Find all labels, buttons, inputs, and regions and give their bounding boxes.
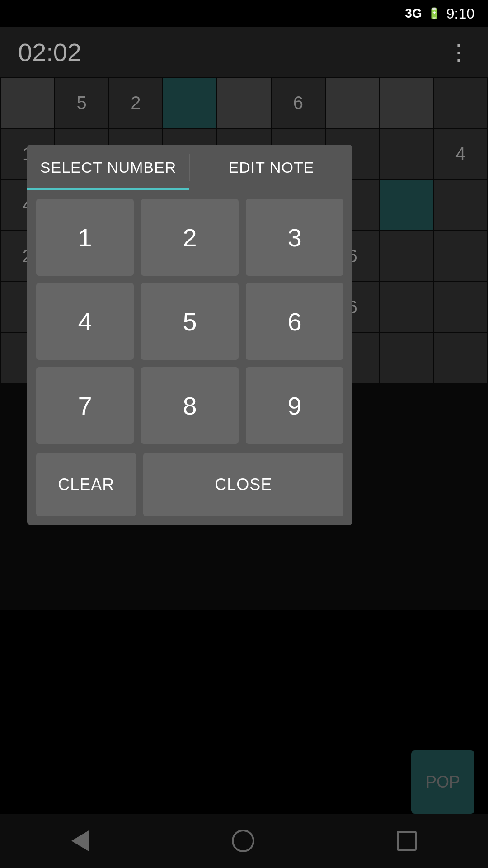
menu-icon[interactable]: ⋮ — [447, 39, 470, 65]
number-button-3[interactable]: 3 — [246, 199, 343, 276]
number-select-dialog: SELECT NUMBER EDIT NOTE 123456789 CLEAR … — [27, 145, 352, 525]
clear-button[interactable]: CLEAR — [36, 453, 136, 516]
app-bar: 02:02 ⋮ — [0, 27, 488, 77]
number-button-5[interactable]: 5 — [141, 283, 239, 360]
close-button[interactable]: CLOSE — [143, 453, 343, 516]
status-bar: 3G 🔋 9:10 — [0, 0, 488, 27]
dialog-tabs: SELECT NUMBER EDIT NOTE — [27, 145, 352, 190]
number-button-6[interactable]: 6 — [246, 283, 343, 360]
status-bar-right: 3G 🔋 9:10 — [405, 5, 474, 22]
number-button-8[interactable]: 8 — [141, 367, 239, 444]
number-grid: 123456789 — [27, 190, 352, 453]
number-button-2[interactable]: 2 — [141, 199, 239, 276]
signal-icon: 3G — [405, 6, 422, 21]
number-button-1[interactable]: 1 — [36, 199, 134, 276]
number-button-4[interactable]: 4 — [36, 283, 134, 360]
number-button-9[interactable]: 9 — [246, 367, 343, 444]
game-timer: 02:02 — [18, 38, 81, 67]
tab-edit-note[interactable]: EDIT NOTE — [190, 145, 352, 190]
tab-select-number[interactable]: SELECT NUMBER — [27, 145, 189, 190]
modal-overlay: SELECT NUMBER EDIT NOTE 123456789 CLEAR … — [0, 77, 488, 868]
number-button-7[interactable]: 7 — [36, 367, 134, 444]
battery-icon: 🔋 — [427, 7, 441, 20]
status-time: 9:10 — [446, 5, 474, 22]
action-row: CLEAR CLOSE — [27, 453, 352, 525]
